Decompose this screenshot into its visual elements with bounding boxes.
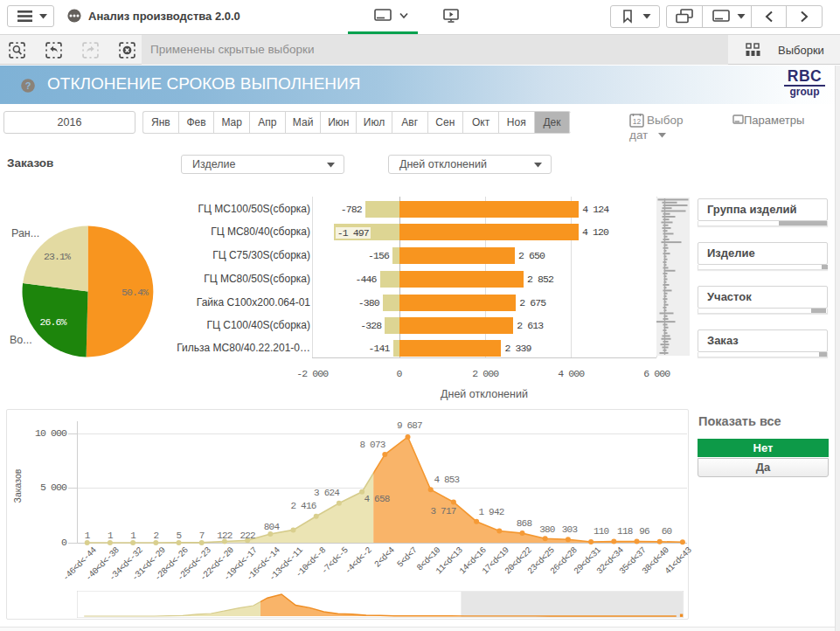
svg-text:12: 12 (633, 117, 642, 126)
svg-text:?: ? (25, 80, 31, 91)
